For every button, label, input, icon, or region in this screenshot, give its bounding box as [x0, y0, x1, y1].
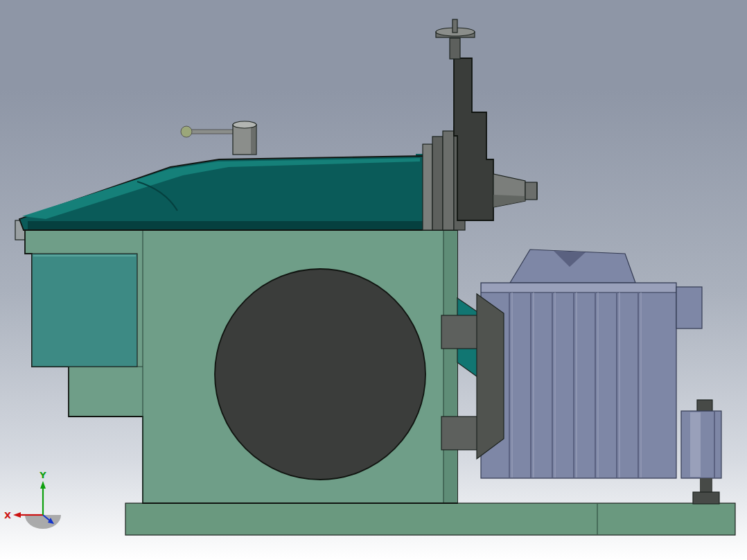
bottom-bolt-stem[interactable] — [700, 478, 712, 493]
cover-bottom-band — [28, 221, 424, 229]
clamp-block-upper[interactable] — [441, 315, 477, 349]
motor-assembly[interactable] — [481, 250, 702, 478]
motor-top-band — [482, 283, 676, 292]
flywheel[interactable] — [215, 269, 425, 480]
flange-3[interactable] — [443, 131, 454, 230]
top-cover[interactable] — [19, 154, 464, 230]
x-axis-arrowhead — [13, 512, 21, 518]
hub-top — [233, 121, 256, 128]
crank-rod[interactable] — [188, 130, 234, 134]
model-canvas[interactable]: X Y — [0, 0, 747, 560]
body-right-side-shade — [443, 231, 457, 502]
cylinder-highlight — [690, 412, 701, 477]
flange-1[interactable] — [423, 144, 432, 230]
orientation-triad: X Y — [4, 470, 61, 529]
screw-pin[interactable] — [452, 19, 457, 33]
motor-side-extension[interactable] — [676, 287, 702, 329]
hub-shade — [251, 125, 256, 154]
flange-2[interactable] — [432, 137, 443, 230]
top-bolt[interactable] — [697, 400, 712, 412]
bottom-bolt-head[interactable] — [693, 492, 719, 504]
y-axis-label: Y — [39, 470, 46, 480]
clamp-block-lower[interactable] — [441, 417, 477, 450]
base-plate[interactable] — [125, 503, 735, 535]
triad-base-sector — [25, 515, 61, 529]
cone-tip[interactable] — [525, 182, 537, 200]
cad-viewport[interactable]: X Y — [0, 0, 747, 560]
crank-knob[interactable] — [181, 126, 192, 137]
front-teal-panel[interactable] — [32, 254, 137, 367]
spindle-cone[interactable] — [493, 174, 537, 207]
x-axis-label: X — [4, 510, 11, 520]
y-axis-arrowhead — [40, 481, 46, 489]
machine-base[interactable] — [125, 503, 735, 535]
screw-shaft[interactable] — [450, 38, 460, 59]
cone-shade — [493, 195, 525, 207]
crank-handle[interactable] — [181, 121, 256, 155]
motor-body[interactable] — [481, 283, 676, 478]
leveling-cylinder-assembly[interactable] — [681, 400, 721, 504]
bracket-plate[interactable] — [477, 294, 504, 459]
cylinder-body[interactable] — [681, 411, 721, 478]
column-plate[interactable] — [454, 58, 493, 220]
